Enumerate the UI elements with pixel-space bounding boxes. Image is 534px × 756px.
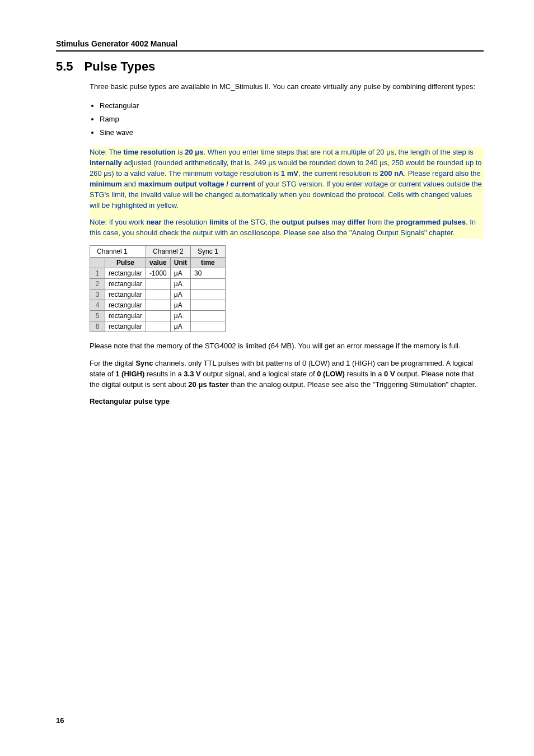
row-number: 1 [90, 268, 105, 279]
text: output signal, and a logical state of [201, 370, 317, 378]
header-rule [56, 50, 484, 52]
text: results in a [345, 370, 384, 378]
table-row: 3 rectangular μA [90, 290, 226, 300]
col-pulse: Pulse [105, 258, 146, 268]
cell-time[interactable] [191, 300, 226, 311]
note-bold: minimum [90, 180, 122, 188]
row-number: 5 [90, 311, 105, 321]
note-text: . When you enter time steps that are not… [204, 148, 474, 156]
bold: 0 V [384, 370, 395, 378]
running-head: Stimulus Generator 4002 Manual [56, 39, 484, 48]
note-text: , the current resolution is [298, 169, 380, 178]
note-text: Note: The [90, 148, 123, 156]
note-text: is [176, 148, 185, 156]
row-number: 6 [90, 321, 105, 332]
note-box-1: Note: The time resolution is 20 μs. When… [90, 147, 484, 239]
note-text: and [122, 180, 138, 188]
table-corner [90, 258, 105, 268]
table-row: 4 rectangular μA [90, 300, 226, 311]
note-text: the resolution [162, 218, 209, 226]
cell-time[interactable] [191, 311, 226, 321]
note-bold: internally [90, 158, 122, 167]
note-bold: 20 μs [185, 148, 203, 156]
tab-channel-1[interactable]: Channel 1 [90, 246, 146, 258]
note-bold: 1 mV [281, 169, 298, 178]
cell-pulse[interactable]: rectangular [105, 279, 146, 290]
tab-sync-1[interactable]: Sync 1 [191, 246, 226, 258]
tab-channel-2[interactable]: Channel 2 [146, 246, 191, 258]
pulse-type-list: Rectangular Ramp Sine wave [90, 99, 484, 140]
sync-paragraph: For the digital Sync channels, only TTL … [90, 358, 484, 390]
col-time: time [191, 258, 226, 268]
row-number: 3 [90, 290, 105, 300]
cell-pulse[interactable]: rectangular [105, 300, 146, 311]
list-item: Rectangular [100, 99, 484, 113]
cell-unit[interactable]: μA [170, 290, 190, 300]
row-number: 2 [90, 279, 105, 290]
cell-time[interactable] [191, 321, 226, 332]
note-bold: limits [209, 218, 228, 226]
text: results in a [144, 370, 184, 378]
bold: 20 μs faster [188, 380, 228, 389]
table-header-row: Pulse value Unit time [90, 258, 226, 268]
cell-value[interactable] [146, 321, 171, 332]
bold: Sync [135, 359, 153, 367]
cell-value[interactable] [146, 300, 171, 311]
cell-pulse[interactable]: rectangular [105, 311, 146, 321]
intro-paragraph: Three basic pulse types are available in… [90, 82, 484, 92]
bold: 0 (LOW) [317, 370, 345, 378]
page-number: 16 [56, 716, 64, 725]
cell-value[interactable] [146, 311, 171, 321]
col-value: value [146, 258, 171, 268]
cell-pulse[interactable]: rectangular [105, 321, 146, 332]
cell-pulse[interactable]: rectangular [105, 290, 146, 300]
bold: 1 (HIGH) [115, 370, 144, 378]
table-row: 5 rectangular μA [90, 311, 226, 321]
table-row: 2 rectangular μA [90, 279, 226, 290]
cell-value[interactable] [146, 279, 171, 290]
note-text: . Please regard also the [404, 169, 481, 178]
list-item: Sine wave [100, 126, 484, 139]
cell-unit[interactable]: μA [170, 300, 190, 311]
cell-value[interactable]: -1000 [146, 268, 171, 279]
memory-paragraph: Please note that the memory of the STG40… [90, 341, 484, 352]
cell-unit[interactable]: μA [170, 279, 190, 290]
table-row: 6 rectangular μA [90, 321, 226, 332]
table-row: 1 rectangular -1000 μA 30 [90, 268, 226, 279]
cell-pulse[interactable]: rectangular [105, 268, 146, 279]
note-bold: near [146, 218, 161, 226]
note-bold: time resolution [123, 148, 175, 156]
cell-time[interactable] [191, 279, 226, 290]
note-bold: maximum output voltage / current [138, 180, 255, 188]
section-number: 5.5 [56, 59, 73, 74]
cell-time[interactable]: 30 [191, 268, 226, 279]
text: For the digital [90, 359, 135, 367]
text: than the analog output. Please see also … [229, 380, 476, 389]
col-unit: Unit [170, 258, 190, 268]
note-bold: programmed pulses [396, 218, 466, 226]
cell-unit[interactable]: μA [170, 321, 190, 332]
row-number: 4 [90, 300, 105, 311]
list-item: Ramp [100, 113, 484, 126]
cell-unit[interactable]: μA [170, 268, 190, 279]
note-text: of the STG, the [228, 218, 282, 226]
cell-value[interactable] [146, 290, 171, 300]
note-text: may [329, 218, 347, 226]
channel-table: Channel 1 Channel 2 Sync 1 Pulse value U… [90, 245, 226, 332]
cell-unit[interactable]: μA [170, 311, 190, 321]
rectangular-subhead: Rectangular pulse type [90, 397, 484, 405]
note-text: from the [366, 218, 396, 226]
note-bold: differ [347, 218, 366, 226]
note-bold: output pulses [282, 218, 329, 226]
bold: 3.3 V [184, 370, 200, 378]
note-bold: 200 nA [380, 169, 404, 178]
cell-time[interactable] [191, 290, 226, 300]
table-tab-row: Channel 1 Channel 2 Sync 1 [90, 246, 226, 258]
note-text: Note: If you work [90, 218, 146, 226]
section-title: Pulse Types [85, 59, 156, 74]
section-heading: 5.5 Pulse Types [56, 59, 484, 74]
